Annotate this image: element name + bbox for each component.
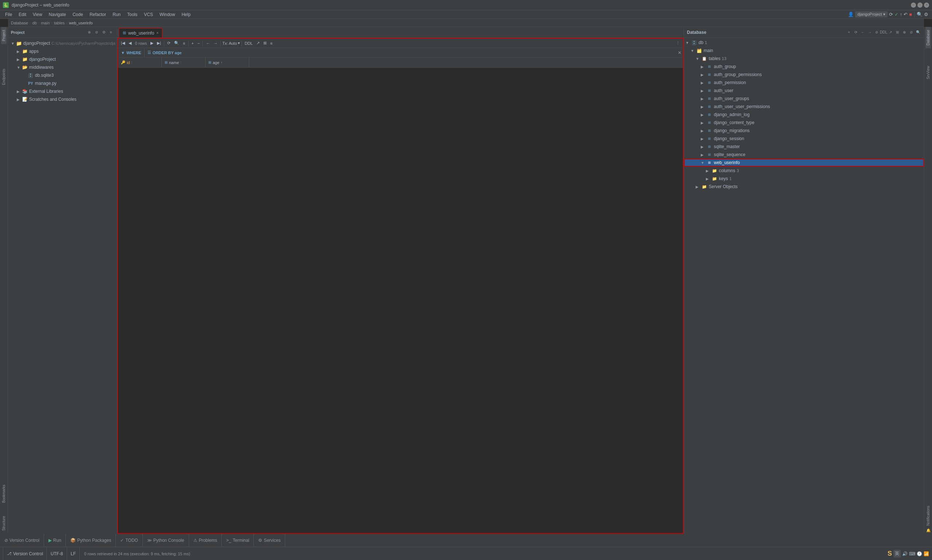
lvtab-endpoints[interactable]: Endpoints — [1, 66, 6, 88]
nav-last-button[interactable]: ▶| — [156, 40, 162, 47]
menu-vcs[interactable]: VCS — [141, 11, 156, 18]
where-label[interactable]: WHERE — [127, 51, 141, 55]
btab-problems[interactable]: ⚠ Problems — [189, 534, 222, 546]
more-button[interactable]: ⋮ — [674, 40, 681, 47]
filter-button[interactable]: ≡ — [181, 40, 187, 47]
db-nav-back[interactable]: ← — [860, 29, 866, 35]
db-nav-fwd[interactable]: → — [867, 29, 873, 35]
db-tables[interactable]: ▼ 📋 tables 13 — [684, 55, 924, 63]
status-git-button[interactable]: ⎇ Version Control — [3, 547, 47, 560]
menu-edit[interactable]: Edit — [15, 11, 29, 18]
db-collapse[interactable]: ⊘ — [908, 29, 914, 35]
db-add-icon[interactable]: + — [846, 29, 852, 35]
db-keys[interactable]: ▶ 📁 keys 1 — [684, 175, 924, 183]
tree-dbsqlite3[interactable]: ▶ 🗄️ db.sqlite3 — [8, 71, 117, 79]
db-web-userinfo[interactable]: ▼ ⊞ web_userinfo — [684, 158, 924, 167]
profile-icon[interactable]: 👤 — [848, 12, 854, 17]
tab-web-userinfo[interactable]: ⊞ web_userinfo × — [119, 28, 162, 37]
col-header-name[interactable]: ⊞ name : — [162, 57, 205, 67]
close-button[interactable]: ✕ — [924, 3, 929, 8]
breadcrumb-tables[interactable]: tables — [54, 21, 65, 25]
search-icon[interactable]: 🔍 — [917, 12, 923, 17]
menu-run[interactable]: Run — [110, 11, 123, 18]
menu-view[interactable]: View — [30, 11, 45, 18]
tree-scratches[interactable]: ▶ 📝 Scratches and Consoles — [8, 95, 117, 103]
db-django-session[interactable]: ▶ ⊞ django_session — [684, 135, 924, 143]
titlebar-controls[interactable]: ─ □ ✕ — [911, 3, 929, 8]
add-row-button[interactable]: + — [190, 40, 195, 47]
project-panel-expand[interactable]: ⊕ — [86, 29, 92, 35]
menu-navigate[interactable]: Navigate — [46, 11, 69, 18]
db-sqlite-sequence[interactable]: ▶ ⊞ sqlite_sequence — [684, 151, 924, 158]
lvtab-bookmarks[interactable]: Bookmarks — [1, 482, 6, 506]
col-header-id[interactable]: 🔑 id : — [118, 57, 162, 67]
volume-icon[interactable]: 🔊 — [902, 551, 907, 556]
btab-terminal[interactable]: >_ Terminal — [222, 534, 254, 546]
db-sqlite-master[interactable]: ▶ ⊞ sqlite_master — [684, 143, 924, 151]
vcs-push-icon[interactable]: ↑ — [900, 12, 903, 17]
db-refresh-icon[interactable]: ⟳ — [853, 29, 859, 35]
menu-code[interactable]: Code — [69, 11, 86, 18]
vcs-revert-icon[interactable]: ↶ — [904, 12, 907, 17]
lvtab-project[interactable]: Project — [1, 27, 6, 44]
nav-fwd-button[interactable]: → — [212, 40, 219, 47]
nav-first-button[interactable]: |◀ — [119, 40, 127, 47]
status-encoding-button[interactable]: UTF-8 — [47, 547, 67, 560]
btab-todo[interactable]: ✓ TODO — [116, 534, 142, 546]
settings-icon[interactable]: ⚙ — [924, 12, 928, 17]
project-panel-menu[interactable]: ≡ — [108, 29, 114, 35]
db-columns[interactable]: ▶ 📁 columns 3 — [684, 167, 924, 175]
db-auth-user-user-perm[interactable]: ▶ ⊞ auth_user_user_permissions — [684, 103, 924, 111]
filter-close-button[interactable]: ✕ — [676, 50, 683, 55]
status-newline-button[interactable]: LF — [67, 547, 80, 560]
tree-djangoproject[interactable]: ▶ 📁 djangoProject — [8, 55, 117, 63]
db-filter[interactable]: ⊘ — [874, 29, 880, 35]
btab-python-console[interactable]: ≫ Python Console — [143, 534, 189, 546]
db-auth-group-perm[interactable]: ▶ ⊞ auth_group_permissions — [684, 71, 924, 78]
menu-help[interactable]: Help — [179, 11, 194, 18]
tree-apps[interactable]: ▶ 📁 apps — [8, 47, 117, 55]
wifi-icon[interactable]: 📶 — [924, 551, 929, 556]
tab-close[interactable]: × — [156, 31, 159, 35]
db-django-admin-log[interactable]: ▶ ⊞ django_admin_log — [684, 111, 924, 118]
rvtab-database[interactable]: Database — [926, 27, 931, 48]
db-auth-permission[interactable]: ▶ ⊞ auth_permission — [684, 78, 924, 86]
db-auth-group[interactable]: ▶ ⊞ auth_group — [684, 63, 924, 71]
db-root[interactable]: ▼ 🗄️ db 1 — [684, 38, 924, 46]
breadcrumb-db[interactable]: db — [32, 21, 37, 25]
tree-extlibs[interactable]: ▶ 📚 External Libraries — [8, 87, 117, 95]
sougou-icon[interactable]: S — [887, 550, 892, 557]
db-auth-user-groups[interactable]: ▶ ⊞ auth_user_groups — [684, 95, 924, 103]
menu-file[interactable]: File — [2, 11, 15, 18]
db-django-migrations[interactable]: ▶ ⊞ django_migrations — [684, 127, 924, 135]
lvtab-structure[interactable]: Structure — [1, 513, 6, 534]
refresh-button[interactable]: ⟳ — [166, 40, 172, 47]
project-switcher[interactable]: djangoProject ▾ — [855, 11, 887, 17]
rvtab-notifications[interactable]: Notifications — [926, 503, 931, 528]
search-button[interactable]: 🔍 — [173, 40, 181, 47]
db-django-content-type[interactable]: ▶ ⊞ django_content_type — [684, 118, 924, 127]
ddl-button[interactable]: DDL — [243, 40, 254, 47]
tree-middlewares[interactable]: ▼ 📂 middlewares — [8, 63, 117, 71]
lang-btn[interactable]: 英 — [893, 550, 901, 557]
db-search[interactable]: 🔍 — [915, 29, 921, 35]
col-header-age[interactable]: ⊞ age ↑ — [205, 57, 249, 67]
menu-window[interactable]: Window — [157, 11, 178, 18]
db-export[interactable]: ↗ — [887, 29, 893, 35]
db-expand[interactable]: ⊕ — [901, 29, 907, 35]
menu-refactor[interactable]: Refactor — [87, 11, 109, 18]
export-button[interactable]: ↗ — [255, 40, 261, 47]
db-view[interactable]: ⊞ — [895, 29, 900, 35]
table-view-button[interactable]: ⊞ — [262, 40, 268, 47]
nav-prev-button[interactable]: ◀ — [127, 40, 133, 47]
db-server-objects[interactable]: ▶ 📁 Server Objects — [684, 183, 924, 191]
tree-managepy[interactable]: ▶ PY manage.py — [8, 79, 117, 87]
vcs-commit-icon[interactable]: ✓ — [895, 12, 898, 17]
breadcrumb-main[interactable]: main — [41, 21, 50, 25]
btab-run[interactable]: ▶ Run — [44, 534, 66, 546]
menu-tools[interactable]: Tools — [124, 11, 140, 18]
tree-root[interactable]: ▼ 📁 djangoProject C:\Users\caiyo\Pycharm… — [8, 39, 117, 47]
btab-version-control[interactable]: ⊘ Version Control — [0, 534, 44, 546]
project-panel-collapse[interactable]: ⊘ — [94, 29, 99, 35]
btab-services[interactable]: ⚙ Services — [254, 534, 285, 546]
